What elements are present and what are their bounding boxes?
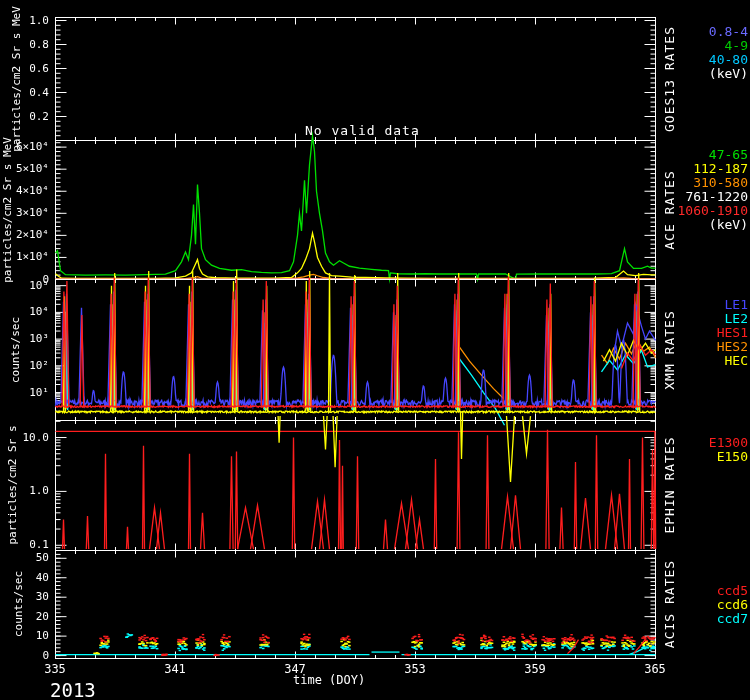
legend-item: 1060-1910 <box>678 204 748 218</box>
legend-item: E150 <box>709 450 748 464</box>
panel-label: ACIS RATES <box>662 560 677 648</box>
panel-label: EPHIN RATES <box>662 436 677 533</box>
year-label: 2013 <box>50 679 96 700</box>
no-valid-data-text: No valid data <box>305 123 420 138</box>
y-tick-label: 50 <box>0 551 49 564</box>
legend-item: E1300 <box>709 436 748 450</box>
x-tick-label: 341 <box>145 662 205 676</box>
legend-item: LE1 <box>717 298 748 312</box>
y-tick-label: 0.6 <box>0 62 49 75</box>
y-tick-label: 30 <box>0 590 49 603</box>
panel-label: ACE RATES <box>662 170 677 249</box>
legend-item: HEC <box>717 354 748 368</box>
plot-canvas <box>0 0 750 700</box>
x-tick-label: 365 <box>625 662 685 676</box>
legend-item: 761-1220 <box>678 190 748 204</box>
legend-item: HES1 <box>717 326 748 340</box>
legend: E1300E150 <box>709 436 748 464</box>
y-axis-unit-label: particles/cm2 Sr s <box>6 425 19 544</box>
y-tick-label: 20 <box>0 610 49 623</box>
legend-item: LE2 <box>717 312 748 326</box>
legend-item: 310-580 <box>678 176 748 190</box>
x-axis-label: time (DOY) <box>293 673 365 687</box>
y-tick-label: 0 <box>0 649 49 662</box>
y-tick-label: 10 <box>0 629 49 642</box>
legend-item: 47-65 <box>678 148 748 162</box>
legend-item: 0.8-4 <box>709 25 748 39</box>
legend-item: ccd5 <box>717 584 748 598</box>
x-tick-label: 359 <box>505 662 565 676</box>
legend: 47-65112-187310-580761-12201060-1910(keV… <box>678 148 748 232</box>
legend-item: (keV) <box>709 67 748 81</box>
y-tick-label: 10³ <box>0 332 49 345</box>
y-axis-unit-label: counts/sec <box>9 316 22 382</box>
legend-item: 112-187 <box>678 162 748 176</box>
y-tick-label: 40 <box>0 571 49 584</box>
radiation-monitor-figure: 0.20.40.60.81.0particles/cm2 Sr s MeVGOE… <box>0 0 750 700</box>
y-tick-label: 0.8 <box>0 38 49 51</box>
y-tick-label: 10¹ <box>0 386 49 399</box>
legend-item: HES2 <box>717 340 748 354</box>
y-tick-label: 10⁴ <box>0 305 49 318</box>
legend: 0.8-44-940-80(keV) <box>709 25 748 81</box>
y-tick-label: 1.0 <box>0 14 49 27</box>
y-tick-label: 10² <box>0 359 49 372</box>
panel-label: XMM RATES <box>662 310 677 389</box>
y-axis-unit-label: particles/cm2 Sr s MeV <box>1 137 14 283</box>
y-axis-unit-label: counts/sec <box>12 571 25 637</box>
y-tick-label: 10⁵ <box>0 279 49 292</box>
panel-label: GOES13 RATES <box>662 26 677 132</box>
x-tick-label: 353 <box>385 662 445 676</box>
legend-item: 4-9 <box>709 39 748 53</box>
y-axis-unit-label: particles/cm2 Sr s MeV <box>10 6 23 152</box>
legend: ccd5ccd6ccd7 <box>717 584 748 626</box>
legend-item: (keV) <box>678 218 748 232</box>
y-tick-label: 0.4 <box>0 86 49 99</box>
legend: LE1LE2HES1HES2HEC <box>717 298 748 368</box>
y-tick-label: 0.2 <box>0 110 49 123</box>
legend-item: 40-80 <box>709 53 748 67</box>
legend-item: ccd7 <box>717 612 748 626</box>
legend-item: ccd6 <box>717 598 748 612</box>
x-tick-label: 335 <box>25 662 85 676</box>
